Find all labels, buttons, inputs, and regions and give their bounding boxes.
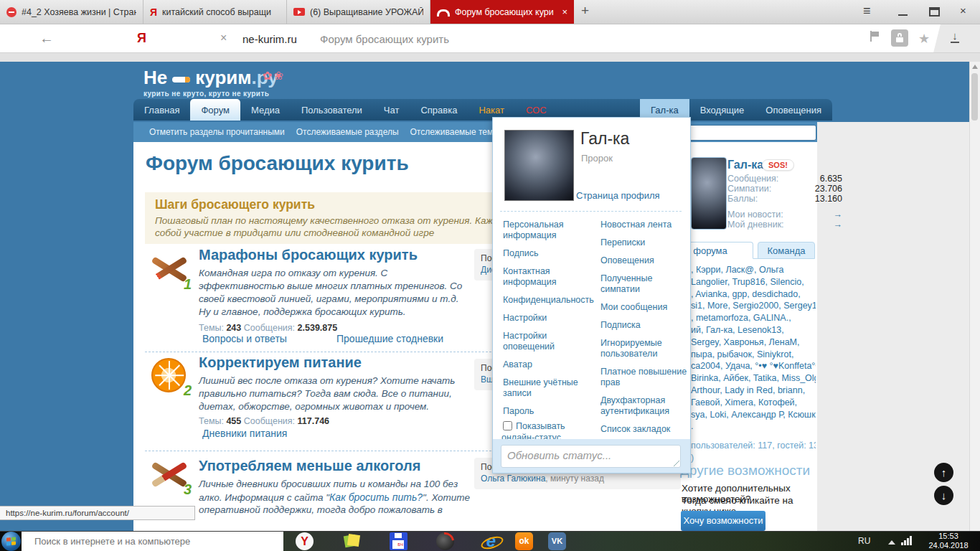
bookmark-star-icon[interactable]: ★: [918, 31, 930, 47]
window-restore-button[interactable]: [929, 7, 940, 17]
menu-news-feed[interactable]: Новостная лента: [600, 220, 689, 230]
menu-personal-info[interactable]: Персональная информация: [503, 220, 595, 241]
tab-title: (6) Выращивание УРОЖАЙ: [310, 7, 423, 17]
yandex-browser-icon[interactable]: Y: [296, 532, 314, 550]
opera-like-app-icon[interactable]: [436, 532, 454, 550]
nav-item-glavnaya[interactable]: Главная: [133, 99, 190, 121]
subnav-mark-read[interactable]: Отметить разделы прочитанными: [143, 127, 291, 137]
scrollbar-up-icon[interactable]: [972, 65, 978, 69]
menu-conversations[interactable]: Переписки: [600, 237, 689, 248]
tab-team[interactable]: Команда: [758, 242, 815, 259]
menu-external-accounts[interactable]: Внешние учётные записи: [503, 377, 595, 399]
subnav-watched-forums[interactable]: Отслеживаемые разделы: [291, 127, 405, 137]
section-title-marathons[interactable]: Марафоны бросающих курить: [199, 247, 418, 263]
my-news-link[interactable]: Мои новости:→: [727, 209, 812, 220]
resize-grip-icon[interactable]: [674, 461, 679, 466]
menu-preferences[interactable]: Настройки: [503, 313, 595, 324]
subforum-link-questions[interactable]: Вопросы и ответы: [202, 333, 287, 344]
last-post-user-link[interactable]: Ольга Галюкина: [481, 474, 545, 484]
window-close-button[interactable]: ×: [960, 4, 966, 17]
sidebar-user-avatar[interactable]: [691, 157, 727, 230]
promo-title: Другие возможности: [680, 463, 810, 479]
menu-password[interactable]: Пароль: [503, 406, 595, 417]
protect-lock-icon[interactable]: [891, 29, 908, 47]
nav-item-chat[interactable]: Чат: [373, 99, 410, 121]
how-to-quit-drinking-link[interactable]: Как бросить пить?: [329, 491, 423, 503]
menu-alerts[interactable]: Оповещения: [600, 255, 689, 266]
sticky-notes-icon[interactable]: [343, 532, 361, 550]
menu-paid-upgrade[interactable]: Платное повышение прав: [600, 367, 689, 388]
menu-alert-preferences[interactable]: Настройки оповещений: [503, 331, 595, 352]
section-title-alcohol[interactable]: Употребляем меньше алкоголя: [199, 458, 420, 474]
online-users-list[interactable]: , Кэрри, Ласк@, Ольга Langolier, Trup816…: [691, 264, 816, 464]
flag-icon[interactable]: [870, 31, 880, 42]
section-title-nutrition[interactable]: Корректируем питание: [199, 354, 362, 371]
online-status-checkbox[interactable]: [503, 421, 512, 430]
my-diary-link[interactable]: Мой дневник:→: [727, 220, 812, 230]
language-indicator[interactable]: RU: [858, 536, 870, 546]
browser-tab-3[interactable]: (6) Выращивание УРОЖАЙ: [287, 0, 430, 24]
subforum-link-food-diaries[interactable]: Дневники питания: [202, 428, 287, 439]
page-scrollbar[interactable]: [969, 62, 980, 531]
nav-item-spravka[interactable]: Справка: [410, 99, 468, 121]
menu-ignored-users[interactable]: Игнорируемые пользователи: [600, 338, 689, 359]
clear-url-icon[interactable]: ×: [220, 32, 227, 44]
internet-explorer-icon[interactable]: e: [482, 532, 500, 550]
menu-likes-received[interactable]: Полученные симпатии: [600, 273, 689, 295]
window-minimize-button[interactable]: [898, 14, 908, 16]
scrollbar-thumb[interactable]: [971, 73, 978, 121]
want-features-button[interactable]: Хочу возможности: [681, 511, 765, 531]
odnoklassniki-icon[interactable]: ok: [515, 532, 533, 550]
site-logo[interactable]: Некурим.ру курить не круто, круто не кур…: [143, 67, 278, 98]
new-tab-button[interactable]: +: [581, 3, 589, 19]
browser-tab-bar: #4_2 Хозяева жизни | Стран Я китайский с…: [0, 0, 980, 24]
network-signal-icon[interactable]: [901, 535, 914, 545]
scroll-to-top-button[interactable]: ↑: [934, 463, 953, 482]
browser-tab-2[interactable]: Я китайский способ выращи: [143, 0, 287, 24]
dropdown-left-menu: Персональная информация Подпись Контактн…: [503, 220, 595, 424]
forum-content: Форум бросающих курить Шаги бросающего к…: [133, 142, 817, 531]
subnav-watched-threads[interactable]: Отслеживаемые темы: [405, 127, 505, 137]
account-dropdown: Гал-ка Пророк Страница профиля Персональ…: [492, 117, 691, 474]
section-desc-line2: алко. Информация с сайта "Как бросить пи…: [199, 491, 467, 504]
tab-close-icon[interactable]: ×: [562, 6, 567, 17]
browser-tab-active[interactable]: Форум бросающих кури ×: [430, 0, 574, 24]
browser-menu-icon[interactable]: ≡: [863, 4, 871, 19]
subforum-link-past-marathons[interactable]: Прошедшие стодневки: [336, 333, 443, 344]
profile-page-link[interactable]: Страница профиля: [576, 190, 660, 201]
scroll-to-bottom-button[interactable]: ↓: [934, 486, 953, 505]
menu-avatar[interactable]: Аватар: [503, 359, 595, 370]
orange-slice-icon: 2: [149, 356, 189, 396]
dropdown-avatar[interactable]: [504, 130, 574, 201]
back-button[interactable]: ←: [39, 30, 54, 47]
tray-expand-icon[interactable]: [888, 540, 895, 545]
nav-item-inbox[interactable]: Входящие: [689, 99, 755, 121]
vkontakte-icon[interactable]: VK: [548, 532, 566, 550]
browser-tab-1[interactable]: #4_2 Хозяева жизни | Стран: [0, 0, 143, 24]
menu-bookmarks[interactable]: Список закладок: [600, 424, 689, 435]
url-domain[interactable]: ne-kurim.ru: [242, 33, 297, 45]
downloads-icon[interactable]: ↓: [950, 30, 960, 43]
menu-my-posts[interactable]: Мои сообщения: [600, 302, 689, 313]
yandex-logo-icon[interactable]: Я: [137, 31, 146, 46]
taskbar-search-input[interactable]: [22, 532, 283, 551]
sidebar-user-name[interactable]: Гал-ка: [727, 159, 763, 171]
cigarette-icon: [172, 77, 190, 83]
nav-item-polzovateli[interactable]: Пользователи: [291, 99, 373, 121]
nav-item-alerts[interactable]: Оповещения: [755, 99, 832, 121]
taskbar-clock[interactable]: 15:53 24.04.2018: [921, 532, 976, 550]
menu-two-factor[interactable]: Двухфакторная аутентификация: [600, 395, 689, 417]
crossed-bottle-icon: 3: [149, 455, 189, 495]
menu-subscription[interactable]: Подписка: [600, 320, 689, 331]
nekurim-favicon-icon: [437, 9, 450, 17]
nav-item-forum[interactable]: Форум: [190, 99, 240, 121]
start-button[interactable]: [1, 532, 21, 551]
nav-item-media[interactable]: Медиа: [240, 99, 291, 121]
menu-signature[interactable]: Подпись: [503, 248, 595, 259]
sos-badge[interactable]: SOS!: [762, 159, 794, 171]
online-counts: пользователей: 117, гостей: 130,: [691, 440, 816, 452]
save-floppy-icon[interactable]: БЧ: [390, 532, 407, 550]
menu-contact-info[interactable]: Контактная информация: [503, 266, 595, 288]
menu-privacy[interactable]: Конфиденциальность: [503, 295, 595, 306]
status-update-input[interactable]: [501, 445, 681, 468]
